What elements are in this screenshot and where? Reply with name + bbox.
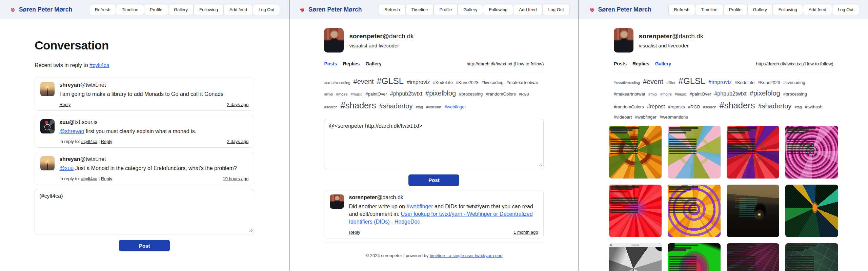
hashtag-tag[interactable]: #tag: [416, 104, 423, 110]
hashtag-shadertoy[interactable]: #shadertoy: [379, 101, 413, 111]
twt-link[interactable]: @shreyan: [59, 128, 84, 134]
nav-button-timeline[interactable]: Timeline: [406, 4, 434, 15]
hashtag-filter[interactable]: #filter: [666, 80, 675, 86]
tab-replies[interactable]: Replies: [343, 61, 360, 66]
reply-link[interactable]: Reply: [349, 230, 360, 235]
nav-button-refresh[interactable]: Refresh: [89, 4, 116, 15]
timestamp-link[interactable]: 2 days ago: [227, 102, 249, 107]
gallery-image-livecoding-performance-photo[interactable]: [727, 185, 780, 237]
hashtag-search[interactable]: #search: [324, 104, 337, 110]
post-button[interactable]: Post: [408, 174, 459, 186]
conversation-hash-link[interactable]: #cylt4ca: [89, 62, 109, 68]
hashtag-improviz[interactable]: #improviz: [708, 78, 731, 86]
nav-button-gallery[interactable]: Gallery: [747, 4, 773, 15]
hashtag-phpub2twtxt[interactable]: #phpub2twtxt: [714, 90, 746, 98]
nav-button-timeline[interactable]: Timeline: [116, 4, 144, 15]
nav-button-add-feed[interactable]: Add feed: [803, 4, 832, 15]
hashtag-Kune2023[interactable]: #Kune2023: [456, 79, 479, 86]
hashtag-moire[interactable]: #moire: [660, 91, 672, 97]
hashtag-event[interactable]: #event: [354, 77, 374, 87]
tab-gallery[interactable]: Gallery: [365, 61, 381, 66]
hashtag-makeartnotwar[interactable]: #makeartnotwar: [507, 79, 538, 86]
hashtag-pixelblog[interactable]: #pixelblog: [750, 88, 780, 98]
gallery-image-red-purple-kaleidoscope[interactable]: [727, 126, 780, 179]
post-button[interactable]: Post: [119, 240, 170, 251]
nav-button-add-feed[interactable]: Add feed: [224, 4, 253, 15]
hashtag-event[interactable]: #event: [643, 77, 663, 87]
gallery-image-dark-green-3d-shards[interactable]: [785, 185, 838, 237]
nav-button-log-out[interactable]: Log Out: [542, 4, 569, 15]
nav-button-following[interactable]: Following: [483, 4, 513, 15]
tab-gallery[interactable]: Gallery: [655, 61, 671, 66]
nav-button-profile[interactable]: Profile: [723, 4, 747, 15]
hashtag-music[interactable]: #music: [350, 91, 362, 97]
hashtag-KodeLife[interactable]: #KodeLife: [433, 79, 453, 86]
gallery-image-green-wireframe-blob[interactable]: [668, 243, 721, 271]
nav-button-add-feed[interactable]: Add feed: [513, 4, 542, 15]
hashtag-RGB[interactable]: #RGB: [688, 104, 700, 110]
nav-button-refresh[interactable]: Refresh: [379, 4, 406, 15]
twt-link[interactable]: @xuu: [59, 165, 74, 171]
hashtag-shaders[interactable]: #shaders: [719, 99, 755, 112]
hashtag-shaders[interactable]: #shaders: [341, 99, 376, 112]
tab-posts[interactable]: Posts: [324, 61, 337, 66]
nav-button-timeline[interactable]: Timeline: [695, 4, 723, 15]
nav-button-profile[interactable]: Profile: [144, 4, 168, 15]
tab-posts[interactable]: Posts: [614, 61, 627, 66]
hashtag-KodeLife[interactable]: #KodeLife: [735, 79, 755, 86]
how-to-follow-link[interactable]: (How to follow): [513, 61, 544, 66]
gallery-image-magenta-rings-kaleidoscope[interactable]: [785, 126, 838, 179]
hashtag-processing[interactable]: #processing: [783, 91, 807, 98]
gallery-image-dark-noise-pattern[interactable]: [785, 243, 838, 271]
reply-link[interactable]: Reply: [101, 176, 112, 181]
brand-link[interactable]: Søren Peter Mørch: [298, 6, 362, 13]
hashtag-videoart[interactable]: #videoart: [426, 104, 441, 110]
hashtag-midi[interactable]: #midi: [648, 91, 657, 97]
feed-url-link[interactable]: http://darch.dk/twtxt.txt: [466, 61, 512, 66]
hashtag-creativecoding[interactable]: #creativecoding: [324, 80, 350, 86]
nav-button-following[interactable]: Following: [194, 4, 224, 15]
hashtag-paintOver[interactable]: #paintOver: [365, 91, 387, 98]
hashtag-GLSL[interactable]: #GLSL: [377, 75, 404, 87]
hashtag-phpub2twtxt[interactable]: #phpub2twtxt: [390, 90, 422, 98]
feed-url-link[interactable]: http://darch.dk/twtxt.txt: [756, 61, 802, 66]
hashtag-moire[interactable]: #moire: [336, 91, 348, 97]
hashtag-music[interactable]: #music: [675, 91, 687, 97]
hashtag-paintOver[interactable]: #paintOver: [690, 91, 711, 98]
timestamp-link[interactable]: 19 hours ago: [223, 176, 248, 181]
twt-composer-input[interactable]: @<sorenpeter http://darch.dk/twtxt.txt>: [324, 119, 544, 169]
powered-by-link[interactable]: timeline - a single user twtxt/yarn pod: [430, 253, 503, 258]
in-reply-to-link[interactable]: #cylt4ca: [81, 176, 97, 181]
hashtag-webfinger[interactable]: #webfinger: [635, 114, 657, 121]
nav-button-gallery[interactable]: Gallery: [458, 4, 483, 15]
hashtag-randomColors[interactable]: #randomColors: [486, 91, 516, 98]
in-reply-to-link[interactable]: #cylt4ca: [81, 139, 97, 144]
hashtag-livecoding[interactable]: #livecoding: [783, 79, 805, 86]
tab-replies[interactable]: Replies: [632, 61, 649, 66]
brand-link[interactable]: Søren Peter Mørch: [588, 6, 651, 13]
hashtag-midi[interactable]: #midi: [324, 91, 333, 97]
hashtag-processing[interactable]: #processing: [459, 91, 483, 98]
nav-button-following[interactable]: Following: [773, 4, 803, 15]
hashtag-videoart[interactable]: #videoart: [614, 114, 632, 121]
hashtag-webfinger[interactable]: #webfinger: [444, 104, 466, 110]
how-to-follow-link[interactable]: (How to follow): [803, 61, 833, 66]
hashtag-creativecoding[interactable]: #creativecoding: [614, 80, 640, 86]
reply-link[interactable]: Reply: [101, 139, 112, 144]
nav-button-log-out[interactable]: Log Out: [832, 4, 859, 15]
gallery-image-grayscale-improviz-window[interactable]: improviz: [609, 243, 662, 271]
hashtag-RGB[interactable]: #RGB: [519, 91, 529, 97]
hashtag-tag[interactable]: #tag: [794, 104, 802, 110]
hashtag-randomColors[interactable]: #randomColors: [614, 104, 644, 110]
hashtag-twthash[interactable]: #twthash: [805, 104, 823, 110]
hashtag-repost[interactable]: #repost: [647, 103, 665, 111]
gallery-image-dark-wave-lines[interactable]: [727, 243, 780, 271]
hashtag-reposts[interactable]: #reposts: [668, 104, 685, 110]
nav-button-log-out[interactable]: Log Out: [253, 4, 280, 15]
hashtag-webmentions[interactable]: #webmentions: [660, 114, 688, 121]
hashtag-Kune2023[interactable]: #Kune2023: [758, 79, 780, 86]
brand-link[interactable]: Søren Peter Mørch: [9, 6, 72, 13]
hashtag-shadertoy[interactable]: #shadertoy: [758, 101, 791, 111]
hashtag-makeartnotwar[interactable]: #makeartnotwar: [614, 91, 645, 98]
hashtag-livecoding[interactable]: #livecoding: [482, 79, 504, 86]
